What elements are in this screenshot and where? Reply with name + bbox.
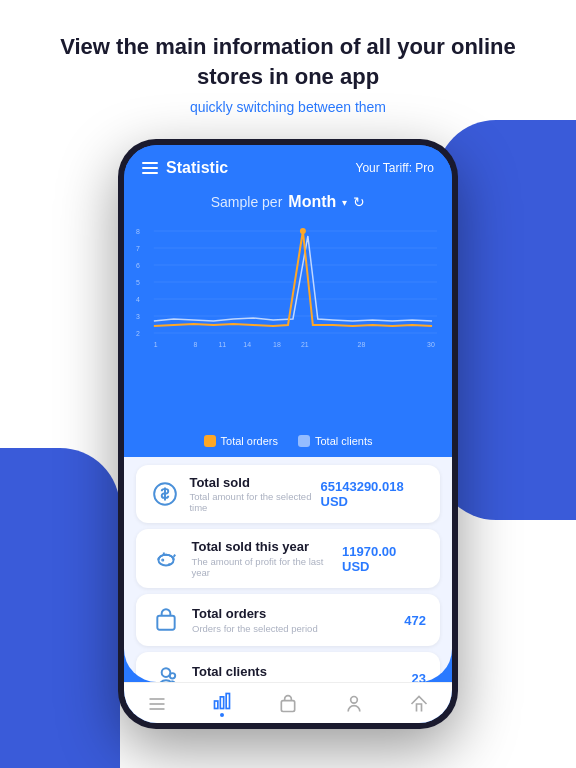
svg-text:11: 11 (218, 341, 226, 348)
svg-text:2: 2 (136, 330, 140, 337)
svg-text:14: 14 (243, 341, 251, 348)
svg-rect-34 (227, 694, 230, 709)
nav-item-home[interactable] (409, 694, 429, 714)
sample-label: Sample per (211, 194, 283, 210)
svg-text:3: 3 (136, 313, 140, 320)
chart-container: 8 7 6 5 4 3 2 1 8 11 14 18 21 28 30 (124, 221, 452, 427)
app-header: Statistic Your Tariff: Pro (124, 145, 452, 187)
app-title: Statistic (166, 159, 228, 177)
svg-text:1: 1 (154, 341, 158, 348)
stat-card-total-sold: Total sold Total amount for the selected… (136, 465, 440, 524)
nav-item-menu[interactable] (147, 694, 167, 714)
line-chart: 8 7 6 5 4 3 2 1 8 11 14 18 21 28 30 (134, 221, 442, 351)
svg-point-28 (170, 673, 175, 678)
person-icon (150, 662, 182, 682)
svg-text:21: 21 (301, 341, 309, 348)
tariff-label: Your Tariff: Pro (356, 161, 435, 175)
hamburger-icon[interactable] (142, 162, 158, 174)
stat-card-total-orders: Total orders Orders for the selected per… (136, 594, 440, 646)
svg-rect-35 (281, 701, 294, 712)
stat-value-total-sold: 65143290.018 USD (321, 479, 427, 509)
svg-point-36 (350, 697, 357, 704)
stat-label-total-sold-year: Total sold this year (191, 539, 342, 555)
stat-left-total-sold: Total sold Total amount for the selected… (150, 475, 321, 514)
stat-text-total-sold-year: Total sold this year The amount of profi… (191, 539, 342, 578)
legend-orders-label: Total orders (221, 435, 278, 447)
svg-text:5: 5 (136, 279, 140, 286)
stat-text-total-sold: Total sold Total amount for the selected… (189, 475, 320, 514)
phone-frame: Statistic Your Tariff: Pro Sample per Mo… (118, 139, 458, 729)
svg-text:7: 7 (136, 245, 140, 252)
stat-left-total-clients: Total clients Your clients for the selec… (150, 662, 337, 682)
stat-text-total-orders: Total orders Orders for the selected per… (192, 606, 318, 634)
orders-color-indicator (204, 435, 216, 447)
stat-sublabel-total-orders: Orders for the selected period (192, 623, 318, 634)
stat-sublabel-total-sold-year: The amount of profit for the last year (191, 556, 342, 578)
bottom-navigation (124, 682, 452, 723)
stat-value-total-sold-year: 11970.00 USD (342, 544, 426, 574)
legend-clients-label: Total clients (315, 435, 372, 447)
svg-rect-32 (215, 701, 218, 709)
stat-sublabel-total-sold: Total amount for the selected time (189, 491, 320, 513)
svg-text:28: 28 (358, 341, 366, 348)
dropdown-icon[interactable]: ▾ (342, 197, 347, 208)
svg-text:18: 18 (273, 341, 281, 348)
stat-value-total-clients: 23 (412, 671, 426, 683)
svg-text:8: 8 (194, 341, 198, 348)
hero-subtitle: quickly switching between them (60, 99, 516, 115)
clients-color-indicator (298, 435, 310, 447)
stat-label-total-orders: Total orders (192, 606, 318, 622)
svg-text:8: 8 (136, 228, 140, 235)
svg-point-25 (162, 559, 163, 560)
stat-label-total-sold: Total sold (189, 475, 320, 491)
chart-legend: Total orders Total clients (124, 427, 452, 457)
hero-section: View the main information of all your on… (0, 0, 576, 139)
svg-text:4: 4 (136, 296, 140, 303)
stat-left-total-orders: Total orders Orders for the selected per… (150, 604, 318, 636)
nav-item-stats[interactable] (212, 691, 232, 717)
phone-mockup: Statistic Your Tariff: Pro Sample per Mo… (0, 139, 576, 729)
legend-clients: Total clients (298, 435, 372, 447)
svg-rect-26 (157, 616, 174, 630)
stat-value-total-orders: 472 (404, 613, 426, 628)
phone-screen: Statistic Your Tariff: Pro Sample per Mo… (124, 145, 452, 723)
svg-text:6: 6 (136, 262, 140, 269)
piggy-bank-icon (150, 543, 181, 575)
hero-title: View the main information of all your on… (60, 32, 516, 91)
shopping-bag-icon (150, 604, 182, 636)
stat-label-total-clients: Total clients (192, 664, 337, 680)
refresh-icon[interactable]: ↻ (353, 194, 365, 210)
svg-text:30: 30 (427, 341, 435, 348)
nav-item-orders[interactable] (278, 694, 298, 714)
sample-row: Sample per Month ▾ ↻ (124, 187, 452, 221)
nav-active-indicator (220, 713, 224, 717)
stat-card-total-clients: Total clients Your clients for the selec… (136, 652, 440, 682)
stats-area: Total sold Total amount for the selected… (124, 457, 452, 683)
stat-left-total-sold-year: Total sold this year The amount of profi… (150, 539, 342, 578)
nav-item-profile[interactable] (344, 694, 364, 714)
svg-point-22 (300, 228, 306, 234)
stat-text-total-clients: Total clients Your clients for the selec… (192, 664, 337, 682)
dollar-circle-icon (150, 478, 179, 510)
legend-orders: Total orders (204, 435, 278, 447)
stat-card-total-sold-year: Total sold this year The amount of profi… (136, 529, 440, 588)
app-header-left: Statistic (142, 159, 228, 177)
period-selector[interactable]: Month (288, 193, 336, 211)
svg-rect-33 (221, 697, 224, 709)
